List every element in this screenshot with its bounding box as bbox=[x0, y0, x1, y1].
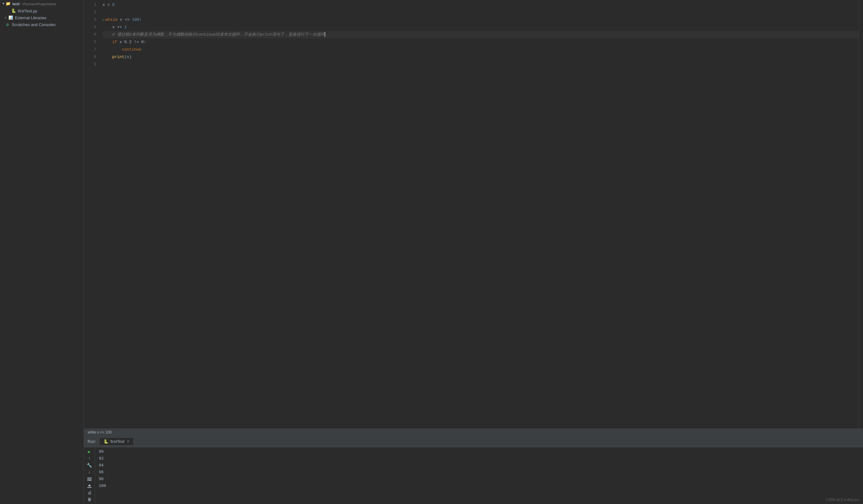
down-button[interactable]: ↓ bbox=[85, 469, 94, 475]
chevron-right-icon: ▶ bbox=[5, 16, 7, 20]
code-line-6: if x % 2 != 0: bbox=[102, 38, 859, 46]
sidebar-item-external-libraries[interactable]: ▶ 📊 External Libraries bbox=[0, 14, 84, 21]
sidebar-item-scratches[interactable]: ⚙ Scratches and Consoles bbox=[0, 21, 84, 28]
up-button[interactable]: ↑ bbox=[85, 455, 94, 462]
code-editor[interactable]: 1 2 3 4 5 6 7 8 9 x = 0 ▷ bbox=[84, 0, 863, 428]
code-line-5: # 通过模2来判断是否为偶数，不为偶数则执行continue结束本次循环，不会执… bbox=[102, 31, 859, 38]
close-tab-button[interactable]: ✕ bbox=[127, 439, 129, 443]
code-line-8: ● print(x) bbox=[102, 53, 859, 61]
python-run-icon: 🐍 bbox=[103, 439, 109, 444]
code-line-9 bbox=[102, 61, 859, 68]
sidebar-item-firsttest[interactable]: 🐍 firstTest.py bbox=[0, 8, 84, 14]
output-line-6: 100 bbox=[99, 482, 859, 489]
line-numbers: 1 2 3 4 5 6 7 8 9 bbox=[84, 0, 99, 428]
scratches-icon: ⚙ bbox=[5, 22, 10, 27]
code-content[interactable]: x = 0 ▷ while x <= 100: x += 1 # 通过模2来判断… bbox=[99, 0, 859, 428]
sidebar-root[interactable]: ▼ 📁 test ~/PycharmProjects/test bbox=[0, 0, 84, 8]
scrollbar-track[interactable] bbox=[859, 0, 863, 428]
run-content: ▶ ↑ 🔧 ↓ bbox=[84, 447, 863, 504]
settings-button[interactable]: 🔧 bbox=[85, 462, 94, 468]
folder-icon: 📁 bbox=[5, 1, 11, 6]
code-line-4: x += 1 bbox=[102, 24, 859, 31]
delete-button[interactable]: 🗑 bbox=[85, 496, 94, 503]
chevron-down-icon: ▼ bbox=[2, 2, 4, 5]
run-tab-label: firstTest bbox=[110, 439, 124, 444]
run-header: Run: 🐍 firstTest ✕ bbox=[84, 436, 863, 447]
watermark: CSDN @文大奇Quinn bbox=[826, 497, 859, 502]
run-panel: Run: 🐍 firstTest ✕ ▶ ↑ 🔧 ↓ bbox=[84, 436, 863, 504]
svg-rect-0 bbox=[87, 478, 92, 478]
editor-area: 1 2 3 4 5 6 7 8 9 x = 0 ▷ bbox=[84, 0, 863, 504]
sidebar-root-label: test ~/PycharmProjects/test bbox=[12, 2, 56, 6]
run-label: Run: bbox=[88, 439, 96, 444]
print-button[interactable]: 🖨 bbox=[85, 490, 94, 496]
run-button[interactable]: ▶ bbox=[85, 449, 94, 455]
sidebar: ▼ 📁 test ~/PycharmProjects/test 🐍 firstT… bbox=[0, 0, 84, 504]
run-toolbar: ▶ ↑ 🔧 ↓ bbox=[84, 447, 95, 504]
split-button[interactable] bbox=[85, 476, 94, 482]
svg-rect-1 bbox=[87, 479, 92, 479]
output-line-2: 92 bbox=[99, 455, 859, 462]
output-line-4: 96 bbox=[99, 469, 859, 476]
svg-rect-2 bbox=[87, 480, 92, 481]
code-line-2 bbox=[102, 9, 859, 16]
code-line-7: continue bbox=[102, 46, 859, 53]
svg-marker-4 bbox=[88, 484, 91, 486]
code-line-1: x = 0 bbox=[102, 1, 859, 9]
run-tab-firsttest[interactable]: 🐍 firstTest ✕ bbox=[100, 438, 133, 445]
python-file-icon: 🐍 bbox=[11, 8, 16, 13]
output-line-5: 98 bbox=[99, 476, 859, 482]
scroll-end-button[interactable] bbox=[85, 483, 94, 489]
sidebar-item-scratches-label: Scratches and Consoles bbox=[12, 22, 55, 27]
editor-statusbar: while x <= 100 bbox=[84, 428, 863, 436]
code-line-3: ▷ while x <= 100: bbox=[102, 16, 859, 24]
svg-rect-3 bbox=[87, 487, 92, 488]
library-icon: 📊 bbox=[8, 15, 13, 20]
output-line-3: 94 bbox=[99, 462, 859, 469]
output-line-1: 90 bbox=[99, 449, 859, 455]
run-output[interactable]: 90 92 94 96 98 100 bbox=[95, 447, 863, 504]
status-text: while x <= 100 bbox=[88, 430, 112, 435]
sidebar-item-external-label: External Libraries bbox=[15, 15, 46, 20]
sidebar-item-firsttest-label: firstTest.py bbox=[18, 9, 37, 13]
